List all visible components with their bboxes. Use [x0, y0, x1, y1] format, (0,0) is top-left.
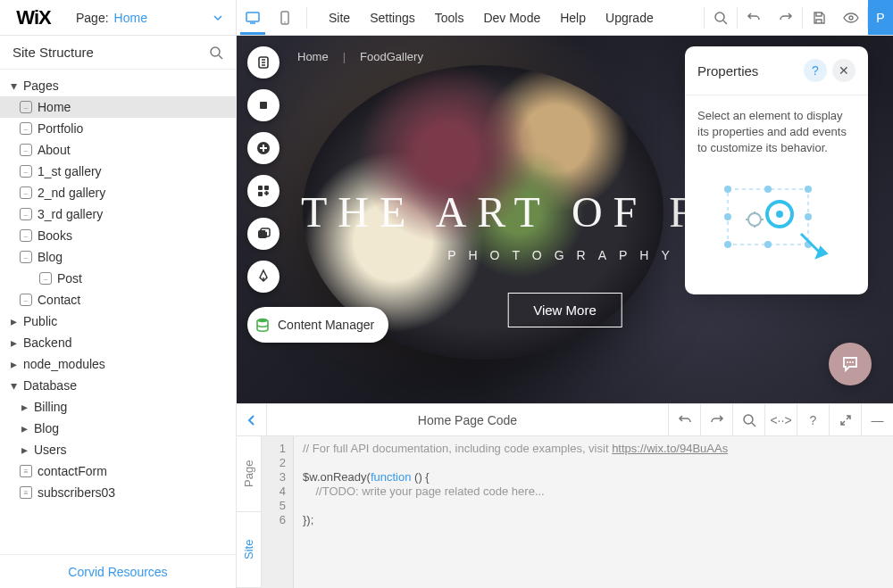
chevron-right-icon: ▸ [9, 314, 18, 328]
content-manager-button[interactable]: Content Manager [247, 307, 388, 343]
collection-icon: ≡ [20, 486, 32, 499]
code-tab-page[interactable]: Page [237, 436, 261, 512]
page-icon: – [20, 294, 32, 306]
svg-rect-10 [264, 186, 269, 190]
help-icon[interactable]: ? [804, 59, 827, 82]
menu-tools[interactable]: Tools [435, 11, 464, 25]
code-undo-icon[interactable] [668, 404, 700, 435]
editor-stage[interactable]: THE ART OF FOOD PHOTOGRAPHY View More Ho… [237, 36, 893, 403]
svg-point-15 [257, 319, 268, 322]
chevron-down-icon: ▾ [9, 79, 18, 93]
db-blog[interactable]: ▸Blog [0, 418, 236, 439]
page-portfolio[interactable]: –Portfolio [0, 118, 236, 139]
tree-node-modules[interactable]: ▸node_modules [0, 353, 236, 375]
save-icon[interactable] [803, 0, 835, 35]
search-icon[interactable] [209, 46, 223, 60]
svg-point-27 [748, 213, 761, 226]
svg-point-31 [744, 415, 753, 424]
code-editor[interactable]: // For full API documentation, including… [294, 436, 893, 588]
page-icon: – [20, 165, 32, 178]
page-gallery-2[interactable]: –2_nd gallery [0, 182, 236, 203]
page-icon: – [39, 272, 52, 285]
menu-settings[interactable]: Settings [370, 11, 415, 25]
svg-point-4 [849, 16, 853, 20]
svg-point-18 [764, 186, 772, 193]
collection-subscribers[interactable]: ≡subscribers03 [0, 482, 236, 503]
svg-point-21 [764, 241, 772, 248]
search-icon[interactable] [705, 0, 737, 35]
panel-title: Properties [697, 63, 758, 79]
tree-pages[interactable]: ▾Pages [0, 75, 236, 96]
menu-upgrade[interactable]: Upgrade [605, 11, 654, 25]
menu-dev-mode[interactable]: Dev Mode [483, 11, 540, 25]
svg-point-29 [849, 361, 851, 363]
page-selector[interactable]: Page: Home [67, 0, 237, 35]
site-structure-title: Site Structure [13, 45, 94, 60]
menu-help[interactable]: Help [560, 11, 586, 25]
view-more-button[interactable]: View More [507, 293, 622, 327]
svg-point-5 [211, 47, 220, 56]
page-icon: – [20, 144, 32, 156]
code-tab-site[interactable]: Site [237, 512, 261, 588]
preview-icon[interactable] [835, 0, 867, 35]
svg-point-3 [715, 12, 724, 21]
undo-icon[interactable] [738, 0, 770, 35]
page-books[interactable]: –Books [0, 225, 236, 246]
tree-database[interactable]: ▾Database [0, 375, 236, 396]
code-search-icon[interactable] [732, 404, 764, 435]
svg-point-23 [724, 213, 731, 220]
page-icon: – [20, 186, 32, 199]
tool-media-icon[interactable] [247, 218, 280, 250]
page-icon: – [20, 208, 32, 220]
tree-public[interactable]: ▸Public [0, 311, 236, 332]
svg-point-30 [852, 361, 854, 363]
page-label: Page: [76, 11, 109, 25]
publish-button[interactable]: P [868, 0, 893, 35]
svg-point-20 [724, 241, 731, 248]
svg-point-26 [776, 211, 783, 218]
page-home[interactable]: –Home [0, 96, 236, 118]
svg-point-17 [724, 186, 731, 193]
db-billing[interactable]: ▸Billing [0, 396, 236, 418]
db-users[interactable]: ▸Users [0, 439, 236, 460]
collection-icon: ≡ [20, 465, 32, 477]
chat-bubble-icon[interactable] [829, 343, 872, 385]
code-redo-icon[interactable] [700, 404, 732, 435]
page-contact[interactable]: –Contact [0, 289, 236, 311]
svg-point-2 [284, 21, 286, 23]
tool-apps-icon[interactable] [247, 175, 280, 207]
page-post[interactable]: –Post [0, 268, 236, 289]
page-about[interactable]: –About [0, 139, 236, 161]
collection-contactform[interactable]: ≡contactForm [0, 460, 236, 482]
line-gutter: 123456 [262, 436, 294, 588]
chevron-down-icon: ▾ [9, 378, 18, 393]
mobile-view-button[interactable] [269, 0, 301, 35]
tool-pages-icon[interactable] [247, 46, 280, 79]
code-minimize-icon[interactable]: — [861, 404, 893, 435]
tree-backend[interactable]: ▸Backend [0, 332, 236, 353]
code-back-icon[interactable] [237, 404, 267, 435]
tool-add-icon[interactable] [247, 132, 280, 164]
svg-point-14 [265, 230, 267, 232]
page-icon: – [20, 122, 32, 135]
close-icon[interactable]: ✕ [832, 59, 855, 82]
page-gallery-3[interactable]: –3_rd gallery [0, 203, 236, 225]
page-icon: – [20, 251, 32, 263]
tool-section-icon[interactable] [247, 89, 280, 121]
current-page: Home [114, 11, 147, 25]
redo-icon[interactable] [770, 0, 802, 35]
desktop-view-button[interactable] [237, 0, 269, 35]
tool-pen-icon[interactable] [247, 261, 280, 293]
page-blog[interactable]: –Blog [0, 246, 236, 268]
panel-text: Select an element to display its propert… [685, 95, 868, 170]
code-refs-icon[interactable]: <··> [764, 404, 797, 435]
code-expand-icon[interactable] [829, 404, 861, 435]
page-gallery-1[interactable]: –1_st gallery [0, 161, 236, 182]
chevron-down-icon [213, 12, 223, 23]
divider [306, 7, 307, 29]
corvid-resources-link[interactable]: Corvid Resources [0, 554, 236, 588]
wix-logo: WiX [0, 6, 67, 29]
chevron-right-icon: ▸ [20, 421, 29, 435]
menu-site[interactable]: Site [329, 11, 350, 25]
code-help-icon[interactable]: ? [797, 404, 829, 435]
